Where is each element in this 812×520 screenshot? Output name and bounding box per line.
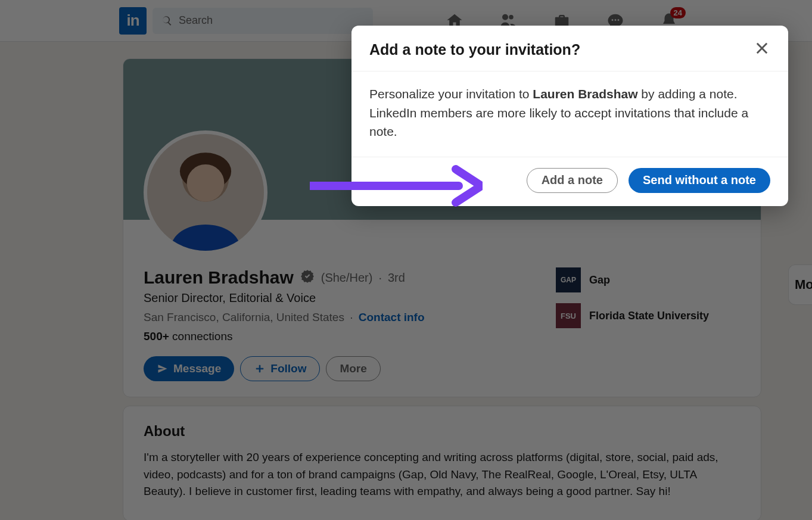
close-icon: [754, 40, 770, 57]
close-button[interactable]: [754, 40, 770, 59]
add-note-button[interactable]: Add a note: [527, 168, 618, 193]
send-without-note-button[interactable]: Send without a note: [629, 168, 770, 193]
invitation-modal: Add a note to your invitation? Personali…: [351, 26, 788, 206]
modal-body: Personalize your invitation to Lauren Br…: [351, 71, 788, 157]
modal-title: Add a note to your invitation?: [369, 41, 580, 58]
